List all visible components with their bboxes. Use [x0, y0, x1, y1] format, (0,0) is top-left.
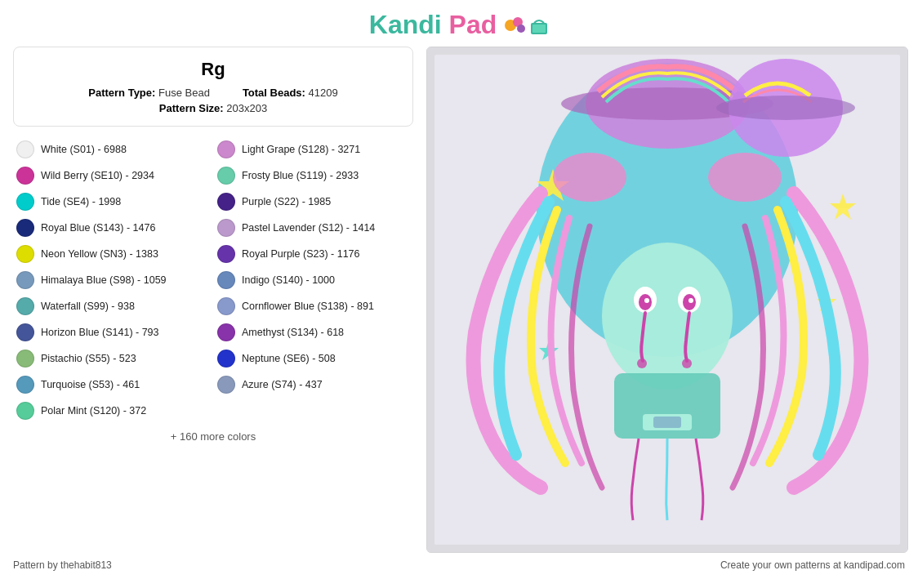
left-panel: Rg Pattern Type: Fuse Bead Total Beads: …: [13, 47, 413, 553]
color-label: Indigo (S140) - 1000: [242, 274, 335, 286]
list-item: Himalaya Blue (S98) - 1059: [16, 269, 209, 292]
color-label: Light Grape (S128) - 3271: [242, 144, 360, 155]
list-item: Wild Berry (SE10) - 2934: [16, 164, 209, 187]
list-item: Turquoise (S53) - 461: [16, 373, 209, 396]
main-layout: Rg Pattern Type: Fuse Bead Total Beads: …: [0, 47, 918, 553]
color-swatch: [16, 323, 34, 341]
header: Kandi Pad: [0, 0, 918, 47]
list-item: Waterfall (S99) - 938: [16, 295, 209, 318]
list-item: Royal Blue (S143) - 1476: [16, 216, 209, 239]
logo-pad: Pad: [449, 10, 497, 39]
svg-point-2: [517, 24, 525, 33]
color-swatch: [217, 350, 235, 368]
color-swatch: [217, 245, 235, 263]
color-swatch: [217, 271, 235, 289]
logo-icons: [503, 14, 549, 37]
svg-rect-27: [653, 416, 681, 428]
color-label: Amethyst (S134) - 618: [242, 327, 344, 338]
svg-point-24: [682, 359, 692, 368]
bucket-icon: [529, 16, 549, 34]
color-swatch: [16, 193, 34, 211]
total-beads: Total Beads: 41209: [243, 87, 338, 99]
color-label: White (S01) - 6988: [41, 144, 127, 155]
pattern-image: [426, 47, 908, 553]
footer: Pattern by thehabit813 Create your own p…: [0, 553, 918, 571]
list-item: Light Grape (S128) - 3271: [217, 138, 410, 161]
list-item: Royal Purple (S23) - 1176: [217, 243, 410, 265]
more-colors: + 160 more colors: [16, 430, 410, 443]
color-swatch: [217, 167, 235, 185]
svg-point-21: [644, 298, 649, 303]
list-item: Pastel Lavender (S12) - 1414: [217, 216, 410, 239]
svg-rect-4: [533, 24, 546, 33]
list-item: Cornflower Blue (S138) - 891: [217, 295, 410, 318]
color-label: Royal Purple (S23) - 1176: [242, 248, 360, 260]
color-label: Neon Yellow (SN3) - 1383: [41, 248, 158, 260]
list-item: Pistachio (S55) - 523: [16, 347, 209, 370]
color-swatch: [16, 140, 34, 158]
list-item: Neon Yellow (SN3) - 1383: [16, 243, 209, 265]
color-label: Frosty Blue (S119) - 2933: [242, 170, 359, 181]
color-label: Horizon Blue (S141) - 793: [41, 327, 159, 338]
color-swatch: [16, 350, 34, 368]
color-swatch: [217, 193, 235, 211]
color-label: Turquoise (S53) - 461: [41, 379, 140, 390]
color-swatch: [16, 297, 34, 315]
logo-kandi: Kandi: [369, 10, 442, 39]
color-label: Wild Berry (SE10) - 2934: [41, 170, 154, 181]
pattern-by: Pattern by thehabit813: [13, 559, 112, 571]
color-label: Neptune (SE6) - 508: [242, 353, 336, 364]
color-label: Polar Mint (S120) - 372: [41, 405, 146, 416]
color-label: Cornflower Blue (S138) - 891: [242, 301, 374, 312]
color-label: Waterfall (S99) - 938: [41, 301, 135, 312]
info-box: Rg Pattern Type: Fuse Bead Total Beads: …: [13, 47, 413, 127]
cta-text: Create your own patterns at kandipad.com: [720, 559, 905, 571]
list-item: Horizon Blue (S141) - 793: [16, 321, 209, 344]
list-item: White (S01) - 6988: [16, 138, 209, 161]
list-item: Tide (SE4) - 1998: [16, 190, 209, 213]
logo: Kandi Pad: [369, 10, 497, 40]
list-item: Azure (S74) - 437: [217, 373, 410, 396]
svg-point-23: [637, 359, 647, 368]
color-list: White (S01) - 6988Light Grape (S128) - 3…: [13, 138, 413, 443]
pattern-size: Pattern Size: 203x203: [30, 102, 396, 114]
list-item: Amethyst (S134) - 618: [217, 321, 410, 344]
color-swatch: [217, 323, 235, 341]
color-label: Azure (S74) - 437: [242, 379, 323, 390]
svg-point-16: [602, 243, 733, 390]
list-item: Neptune (SE6) - 508: [217, 347, 410, 370]
color-label: Tide (SE4) - 1998: [41, 196, 121, 207]
right-panel: [426, 47, 908, 553]
svg-point-28: [553, 153, 626, 202]
list-item: Polar Mint (S120) - 372: [16, 399, 209, 422]
color-swatch: [16, 245, 34, 263]
color-label: Pistachio (S55) - 523: [41, 353, 136, 364]
color-swatch: [217, 376, 235, 394]
list-item: Frosty Blue (S119) - 2933: [217, 164, 410, 187]
svg-point-22: [688, 298, 693, 303]
color-swatch: [217, 219, 235, 237]
color-swatch: [16, 167, 34, 185]
color-label: Royal Blue (S143) - 1476: [41, 222, 155, 234]
pixel-art-svg: [426, 47, 908, 553]
list-item: Purple (S22) - 1985: [217, 190, 410, 213]
color-swatch: [217, 140, 235, 158]
pattern-title: Rg: [30, 59, 396, 80]
candy-icon: [503, 14, 526, 37]
pattern-type: Pattern Type: Fuse Bead: [88, 87, 210, 99]
svg-point-29: [708, 153, 782, 202]
pattern-meta: Pattern Type: Fuse Bead Total Beads: 412…: [30, 87, 396, 99]
color-swatch: [16, 402, 34, 420]
color-swatch: [217, 297, 235, 315]
color-label: Pastel Lavender (S12) - 1414: [242, 222, 375, 234]
svg-point-11: [716, 96, 855, 120]
list-item: Indigo (S140) - 1000: [217, 269, 410, 292]
color-swatch: [16, 271, 34, 289]
color-label: Himalaya Blue (S98) - 1059: [41, 274, 167, 286]
color-label: Purple (S22) - 1985: [242, 196, 331, 207]
color-swatch: [16, 376, 34, 394]
color-swatch: [16, 219, 34, 237]
